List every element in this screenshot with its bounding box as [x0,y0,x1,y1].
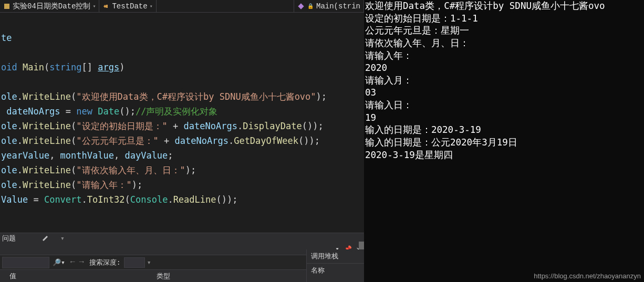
class-icon [102,3,110,10]
breadcrumb-class-label: TestDate [112,2,147,11]
chevron-down-icon: ▾ [92,3,96,9]
search-icon[interactable]: 🔎▾ [53,258,65,267]
nav-forward-icon[interactable]: → [79,258,84,267]
nav-back-icon[interactable]: ← [70,258,75,267]
code-token: te [1,33,12,43]
callstack-col-name[interactable]: 名称 [307,263,364,277]
method-icon [297,3,305,10]
breadcrumb-bar: 实验04日期类Date控制 ▾ TestDate ▾ 🔒 Main(strin [0,0,364,13]
console-line: 设定的初始日期是：1-1-1 [365,13,643,25]
console-line: 请输入月： [365,75,643,87]
search-depth-input[interactable] [124,257,145,268]
svg-rect-1 [298,3,304,9]
breadcrumb-method-label: Main(strin [316,2,360,11]
console-line: 2020 [365,62,643,75]
brush-icon[interactable] [41,235,49,242]
col-value[interactable]: 值 [0,271,147,281]
console-line: 请输入年： [365,50,643,62]
breadcrumb-project-label: 实验04日期类Date控制 [13,2,90,11]
breadcrumb-project[interactable]: 实验04日期类Date控制 ▾ [0,0,99,12]
search-depth-label: 搜索深度: [89,258,121,267]
console-line: 19 [365,112,643,124]
bottom-tab-bar: 问题 ▾ [0,233,364,243]
breadcrumb-class[interactable]: TestDate ▾ [99,0,156,12]
console-line: 输入的日期是：公元2020年3月19日 [365,137,643,149]
callstack-panel: 调用堆栈 名称 [306,249,364,282]
ide-pane: 实验04日期类Date控制 ▾ TestDate ▾ 🔒 Main(strin … [0,0,364,282]
chevron-down-icon[interactable]: ▾ [60,234,65,243]
console-line: 请依次输入年、月、日： [365,37,643,50]
search-input[interactable] [2,257,49,268]
lock-icon: 🔒 [307,3,314,10]
console-line: 公元元年元旦是：星期一 [365,25,643,37]
callstack-title: 调用堆栈 [307,249,364,263]
console-line: 2020-3-19是星期四 [365,149,643,162]
project-icon [3,3,11,10]
svg-rect-0 [4,4,9,9]
breadcrumb-method[interactable]: 🔒 Main(strin [294,0,364,12]
code-editor[interactable]: te oid Main(string[] args) ole.WriteLine… [0,13,364,233]
console-output: 欢迎使用Data类，C#程序设计by SDNU咸鱼小十七酱ovo 设定的初始日期… [364,0,644,282]
console-line: 欢迎使用Data类，C#程序设计by SDNU咸鱼小十七酱ovo [365,0,643,13]
console-line: 请输入日： [365,99,643,112]
console-line: 03 [365,87,643,99]
watermark-text: https://blog.csdn.net/zhaoyananzyn [534,271,641,281]
chevron-down-icon: ▾ [150,3,153,9]
console-line: 输入的日期是：2020-3-19 [365,124,643,137]
depth-stepper-icon[interactable]: ▾ [147,258,151,267]
tab-problems[interactable]: 问题 [2,234,16,243]
